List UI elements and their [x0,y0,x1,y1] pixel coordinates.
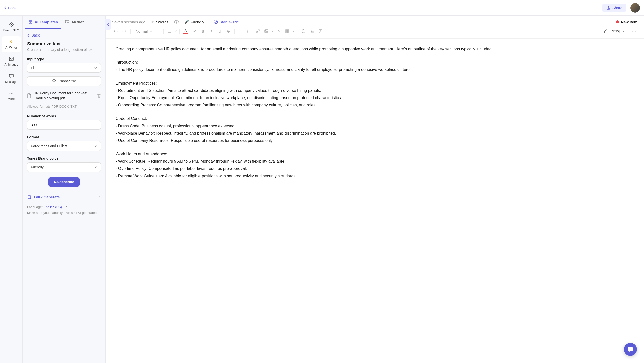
chevron-down-icon [94,145,97,147]
input-type-value: File [31,66,37,70]
input-type-select[interactable]: File [27,63,101,73]
nav-rail: Brief + SEO AI Writer AI Images Message … [0,16,23,363]
rail-label: AI Writer [5,46,17,49]
clear-format-button[interactable] [308,28,315,35]
link-button[interactable] [254,28,261,35]
mic-icon: 🎤 [184,20,189,24]
tone-label: Tone / Brand voice [27,156,101,160]
text-color-button[interactable]: A [182,28,189,35]
undo-button[interactable] [112,28,119,35]
chevron-left-icon [107,23,109,26]
style-guide-button[interactable]: Style Guide [214,20,239,24]
editor-header: Saved seconds ago 417 words 🎤 Friendly S… [106,16,644,26]
rail-label: AI Images [4,63,18,66]
delete-file-button[interactable] [97,94,101,98]
video-button[interactable] [275,28,282,35]
saved-status: Saved seconds ago [112,20,145,24]
status-new-item[interactable]: New Item [616,20,637,24]
panel-title: Summarize text [27,41,101,47]
target-icon [9,22,14,27]
tab-ai-templates[interactable]: AI Templates [25,16,61,29]
doc-s4-b2: - Overtime Policy: Compensated as per la… [116,165,634,172]
svg-point-5 [11,93,12,94]
editing-mode-dropdown[interactable]: Editing [601,28,627,34]
format-select[interactable]: Paragraphs and Bullets [27,141,101,151]
editor-toolbar: Normal A B I U S 123 [106,26,644,39]
collapse-panel-button[interactable] [105,19,111,30]
emoji-button[interactable] [300,28,307,35]
bulk-generate-button[interactable]: Bulk Generate [27,192,101,202]
separator [234,29,235,34]
document-body[interactable]: Creating a comprehensive HR policy docum… [106,39,644,363]
copy-icon [28,195,32,199]
external-link-icon[interactable] [64,205,68,209]
svg-point-8 [176,21,177,23]
share-button[interactable]: Share [602,4,626,12]
input-type-label: Input type [27,57,101,61]
table-button[interactable] [284,28,291,35]
rail-brief-seo[interactable]: Brief + SEO [2,19,21,35]
word-count: 417 words [151,20,168,24]
back-label: Back [8,6,16,10]
chevron-down-icon[interactable] [271,30,274,32]
panel-back-label: Back [31,33,40,37]
svg-point-19 [302,30,305,33]
chevron-left-icon [4,6,7,10]
doc-s3-title: Code of Conduct: [116,115,634,122]
chevron-down-icon[interactable] [175,30,177,32]
comment-button[interactable] [317,28,324,35]
svg-text:3: 3 [247,31,248,33]
doc-s1-title: Introduction: [116,59,634,66]
svg-rect-16 [265,30,268,33]
numbered-list-button[interactable]: 123 [246,28,253,35]
panel-back-button[interactable]: Back [27,33,101,37]
panel-tabs: AI Templates AIChat [23,16,105,29]
underline-button[interactable]: U [216,28,223,35]
image-insert-button[interactable] [263,28,270,35]
regenerate-button[interactable]: Re-generate [48,177,80,187]
language-label: Language: [27,205,44,209]
visibility-toggle[interactable] [174,20,179,24]
redo-button[interactable] [121,28,128,35]
bold-button[interactable]: B [199,28,206,35]
highlight-button[interactable] [191,28,198,35]
review-note: Make sure you manually review all AI gen… [27,211,101,215]
text-style-value: Normal [136,29,148,33]
chevron-down-icon[interactable] [292,30,295,32]
status-dot-icon [616,20,619,23]
tab-aichat[interactable]: AIChat [62,16,87,29]
panel-subtitle: Create a summary of a long section of te… [27,48,101,52]
text-style-select[interactable]: Normal [133,28,161,34]
chat-fab[interactable] [624,343,637,356]
doc-s3-b2: - Workplace Behavior: Respect, integrity… [116,130,634,137]
back-button[interactable]: Back [4,6,16,10]
tone-dropdown[interactable]: 🎤 Friendly [184,20,208,24]
status-label: New Item [621,20,637,24]
rail-more[interactable]: More [2,88,21,104]
rail-message[interactable]: Message [2,70,21,87]
more-icon [9,91,14,96]
document-icon [27,93,31,98]
choose-file-button[interactable]: Choose file [27,76,101,86]
trash-icon [97,94,101,98]
italic-button[interactable]: I [208,28,215,35]
tone-select[interactable]: Friendly [27,162,101,172]
avatar[interactable] [630,3,640,13]
doc-s2-title: Employment Practices: [116,80,634,87]
svg-point-6 [12,93,13,94]
rail-ai-images[interactable]: AI Images [2,53,21,69]
num-words-input[interactable] [27,120,101,130]
language-value[interactable]: English (US) [44,205,62,209]
more-toolbar-button[interactable] [630,28,637,35]
chat-bubble-icon [627,346,633,352]
separator [130,29,131,34]
svg-point-23 [634,31,634,32]
chat-icon [65,20,69,24]
align-button[interactable] [166,28,173,35]
topbar: Back Share [0,0,644,16]
strikethrough-button[interactable]: S [225,28,232,35]
rail-label: Message [5,80,17,84]
bullet-list-button[interactable] [237,28,244,35]
rail-ai-writer[interactable]: AI Writer [2,36,21,52]
editing-mode-label: Editing [609,29,620,33]
